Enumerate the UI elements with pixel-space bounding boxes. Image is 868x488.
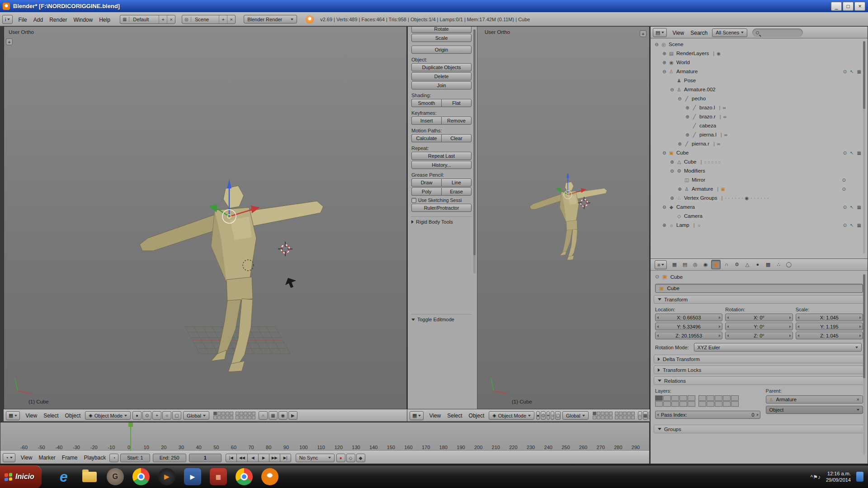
selectable-arrow-icon[interactable]: ↖ bbox=[850, 223, 854, 228]
layer-toggle[interactable] bbox=[236, 416, 239, 419]
tab-world[interactable]: ◉ bbox=[701, 260, 710, 269]
maximize-button[interactable]: □ bbox=[843, 2, 854, 11]
layer-toggle[interactable] bbox=[248, 412, 251, 415]
tool-button-delete[interactable]: Delete bbox=[411, 72, 472, 80]
layer-toggle[interactable] bbox=[698, 395, 706, 401]
layer-toggle[interactable] bbox=[601, 412, 604, 415]
expand-toggle-icon[interactable]: ⊕ bbox=[661, 51, 668, 56]
tab-scene[interactable]: ◎ bbox=[690, 260, 700, 269]
panel-delta-transform[interactable]: Delta Transform bbox=[654, 355, 864, 363]
object-name-field[interactable]: ▣ Cube bbox=[655, 284, 863, 293]
material-slot-icon[interactable]: ○ bbox=[708, 160, 710, 164]
layer-toggle[interactable] bbox=[715, 401, 722, 407]
tab-texture[interactable]: ▩ bbox=[763, 260, 773, 269]
tool-button-flat[interactable]: Flat bbox=[441, 99, 472, 107]
manipulator-scale-toggle[interactable]: ▢ bbox=[172, 411, 181, 420]
viewport-shading-button[interactable]: ● bbox=[132, 411, 142, 420]
menu-search[interactable]: Search bbox=[687, 30, 711, 36]
current-frame-field[interactable]: 1 bbox=[189, 454, 222, 462]
snap-element-button[interactable]: ▦ bbox=[643, 411, 648, 420]
orientation-selector[interactable]: Global bbox=[562, 411, 589, 420]
outliner-item-world[interactable]: ⊕◉World bbox=[651, 58, 868, 67]
expand-toggle-icon[interactable]: ⊕ bbox=[669, 196, 675, 201]
viewport-3d-right[interactable]: RotateScaleOriginObject:Duplicate Object… bbox=[407, 26, 650, 409]
expand-toggle-icon[interactable]: ⊕ bbox=[676, 141, 683, 146]
tool-button-scale[interactable]: Scale bbox=[411, 34, 472, 42]
clear-parent-icon[interactable]: × bbox=[857, 397, 859, 402]
layer-toggle[interactable] bbox=[222, 412, 225, 415]
delete-layout-button[interactable]: × bbox=[167, 15, 175, 23]
layer-toggle[interactable] bbox=[248, 416, 251, 419]
outliner-item-camera[interactable]: ◇Camera bbox=[651, 211, 868, 221]
layer-toggle[interactable] bbox=[230, 412, 233, 415]
current-frame-indicator[interactable] bbox=[130, 422, 131, 451]
toolshelf-scrollbar[interactable] bbox=[473, 29, 476, 273]
layer-toggle[interactable] bbox=[597, 412, 600, 415]
tab-render-layers[interactable]: ▤ bbox=[680, 260, 689, 269]
tool-button-remove[interactable]: Remove bbox=[441, 117, 472, 125]
expand-toggle-icon[interactable]: ⊖ bbox=[661, 205, 668, 210]
outliner-item-pecho[interactable]: ⊖╱pecho bbox=[651, 94, 868, 103]
jump-to-prev-keyframe-button[interactable]: ◀◀ bbox=[236, 454, 248, 462]
layer-toggle[interactable] bbox=[615, 416, 618, 419]
layer-toggle[interactable] bbox=[707, 395, 714, 401]
panel-groups[interactable]: Groups bbox=[654, 425, 864, 433]
layer-toggle[interactable] bbox=[619, 412, 623, 415]
tab-material[interactable]: ● bbox=[753, 260, 762, 269]
menu-view[interactable]: View bbox=[426, 413, 444, 419]
layer-toggle[interactable] bbox=[679, 401, 687, 407]
use-sketching-checkbox[interactable]: Use Sketching Sessi bbox=[411, 197, 472, 203]
snap-magnet-button[interactable]: ∩ bbox=[259, 411, 268, 420]
tool-button-join[interactable]: Join bbox=[411, 81, 472, 89]
expand-toggle-icon[interactable]: ⊖ bbox=[669, 87, 675, 92]
outliner-scrollbar[interactable] bbox=[863, 41, 865, 253]
selectable-arrow-icon[interactable]: ↖ bbox=[850, 150, 854, 155]
manipulator-translate-toggle[interactable]: + bbox=[547, 411, 550, 420]
renderable-camera-icon[interactable]: ▦ bbox=[857, 223, 861, 228]
menu-marker[interactable]: Marker bbox=[35, 455, 58, 461]
record-button[interactable]: ● bbox=[336, 454, 345, 462]
expand-toggle-icon[interactable]: ⊖ bbox=[653, 42, 660, 47]
start-button[interactable]: Inicio bbox=[0, 465, 42, 488]
tab-particles[interactable]: ∴ bbox=[774, 260, 783, 269]
selectable-arrow-icon[interactable]: ↖ bbox=[850, 205, 854, 210]
manipulator-translate-toggle[interactable]: + bbox=[152, 411, 161, 420]
pass-index-field[interactable]: Pass Index: 0 bbox=[655, 411, 760, 419]
editor-type-button[interactable]: ◔ bbox=[3, 453, 15, 462]
layer-toggle[interactable] bbox=[226, 416, 229, 419]
layer-toggle[interactable] bbox=[601, 416, 604, 419]
layer-toggle[interactable] bbox=[715, 395, 722, 401]
visibility-eye-icon[interactable]: ⊙ bbox=[843, 223, 847, 228]
menu-object[interactable]: Object bbox=[466, 413, 488, 419]
chrome-icon[interactable] bbox=[132, 468, 150, 485]
minimize-button[interactable]: _ bbox=[831, 2, 842, 11]
tool-button-ruler-protractor[interactable]: Ruler/Protractor bbox=[411, 204, 472, 212]
timeline-ruler[interactable]: -60-50-40-30-20-100102030405060708090100… bbox=[0, 422, 649, 451]
tab-constraints[interactable]: ∩ bbox=[722, 260, 731, 269]
layer-toggle[interactable] bbox=[236, 412, 239, 415]
display-filter-selector[interactable]: All Scenes bbox=[712, 28, 747, 37]
expand-toggle-icon[interactable]: ⊕ bbox=[676, 187, 683, 192]
outliner-item-vertex-groups[interactable]: ⊕∴Vertex Groups|······◉······ bbox=[651, 193, 868, 202]
search-input[interactable] bbox=[752, 28, 803, 37]
expand-toggle-icon[interactable]: ⊕ bbox=[669, 160, 675, 164]
layer-toggle[interactable] bbox=[623, 412, 627, 415]
menu-view[interactable]: View bbox=[22, 413, 40, 419]
outliner-item-armature-002[interactable]: ⊖♙Armature.002 bbox=[651, 85, 868, 94]
layer-toggle[interactable] bbox=[688, 401, 695, 407]
outliner-item-lamp[interactable]: ⊕☼Lamp|☼⊙↖▦ bbox=[651, 221, 868, 230]
visibility-eye-icon[interactable]: ⊙ bbox=[842, 187, 846, 192]
tab-physics[interactable]: ◯ bbox=[784, 260, 793, 269]
renderable-camera-icon[interactable]: ▦ bbox=[857, 150, 861, 155]
expand-toggle-icon[interactable]: ⊖ bbox=[661, 69, 668, 74]
jump-to-next-keyframe-button[interactable]: ▶▶ bbox=[269, 454, 280, 462]
play-reverse-button[interactable]: ◀ bbox=[247, 454, 259, 462]
layer-toggle[interactable] bbox=[723, 395, 731, 401]
layer-toggle[interactable] bbox=[627, 416, 631, 419]
outliner-item-pierna-r[interactable]: ⊕╱pierna.r|∞ bbox=[651, 139, 868, 148]
visibility-eye-icon[interactable]: ⊙ bbox=[843, 205, 847, 210]
layers-widget[interactable] bbox=[213, 412, 255, 419]
tool-button-smooth[interactable]: Smooth bbox=[411, 99, 441, 107]
pivot-point-button[interactable]: ⊙ bbox=[142, 411, 151, 420]
panel-transform[interactable]: Transform bbox=[654, 295, 864, 304]
